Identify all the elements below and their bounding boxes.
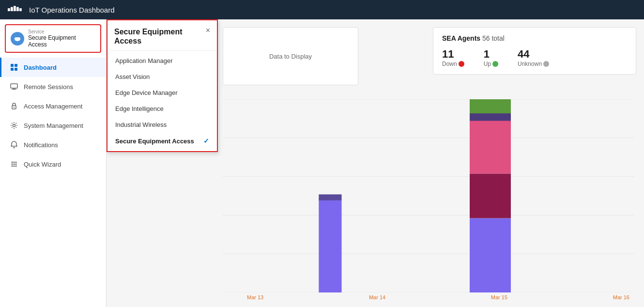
quick-wizard-label: Quick Wizard bbox=[24, 161, 61, 168]
stat-unknown: 44 Unknown bbox=[518, 48, 549, 67]
bar-mar13-top bbox=[319, 194, 341, 200]
sea-agents-total: 56 total bbox=[482, 34, 505, 42]
service-icon bbox=[11, 32, 24, 46]
svg-point-21 bbox=[15, 162, 17, 163]
down-status-dot bbox=[459, 61, 464, 67]
unknown-status-dot bbox=[543, 61, 549, 67]
bar-mar14-segment4 bbox=[470, 113, 511, 121]
notifications-label: Notifications bbox=[24, 141, 58, 149]
dropdown-header: Secure EquipmentAccess × bbox=[107, 19, 217, 51]
dashboard-icon bbox=[9, 62, 19, 72]
system-management-icon bbox=[9, 121, 19, 130]
svg-rect-0 bbox=[8, 8, 10, 11]
app-title: IoT Operations Dashboard bbox=[29, 6, 115, 14]
content-area: Secure EquipmentAccess × Application Man… bbox=[107, 19, 644, 307]
svg-point-18 bbox=[13, 124, 15, 127]
sidebar-item-quick-wizard[interactable]: Quick Wizard bbox=[0, 154, 106, 174]
chart-labels: Mar 13 Mar 14 Mar 15 Mar 16 bbox=[223, 292, 634, 300]
chart-area bbox=[223, 99, 634, 292]
bar-mar14-segment5 bbox=[470, 99, 511, 113]
stat-up: 1 Up bbox=[484, 48, 498, 67]
dropdown-item-edge-device-manager[interactable]: Edge Device Manager bbox=[107, 85, 217, 101]
quick-wizard-icon bbox=[9, 159, 19, 169]
dropdown-item-label: Industrial Wireless bbox=[115, 121, 167, 128]
svg-point-27 bbox=[15, 166, 17, 167]
chart-label-mar13: Mar 13 bbox=[247, 294, 263, 300]
svg-rect-8 bbox=[15, 39, 20, 41]
svg-point-24 bbox=[15, 164, 17, 165]
access-management-label: Access Management bbox=[24, 103, 82, 110]
dropdown-item-asset-vision[interactable]: Asset Vision bbox=[107, 69, 217, 85]
cloud-icon bbox=[14, 35, 21, 43]
service-dropdown-panel: Secure EquipmentAccess × Application Man… bbox=[107, 19, 218, 152]
no-data-card: Data to Display bbox=[223, 27, 358, 85]
up-status-dot bbox=[492, 61, 498, 67]
svg-rect-10 bbox=[15, 64, 17, 67]
dropdown-item-label: Asset Vision bbox=[115, 73, 150, 80]
svg-rect-2 bbox=[14, 6, 16, 11]
svg-rect-15 bbox=[12, 89, 16, 90]
logo: IoT Operations Dashboard bbox=[8, 5, 115, 14]
sidebar-item-dashboard[interactable]: Dashboard bbox=[0, 58, 106, 77]
dropdown-item-label: Edge Intelligence bbox=[115, 105, 164, 112]
sidebar-item-access-management[interactable]: Access Management bbox=[0, 96, 106, 116]
remote-sessions-label: Remote Sessions bbox=[24, 83, 73, 91]
main-container: Service Secure Equipment Access Dashboar… bbox=[0, 19, 644, 307]
service-name: Secure Equipment Access bbox=[28, 34, 95, 48]
sidebar: Service Secure Equipment Access Dashboar… bbox=[0, 19, 107, 307]
sea-agents-card: SEA Agents 56 total 11 Down 1 Up bbox=[433, 27, 636, 75]
service-label: Service bbox=[28, 29, 95, 34]
service-text: Service Secure Equipment Access bbox=[28, 29, 95, 48]
stat-down: 11 Down bbox=[442, 48, 464, 67]
navbar: IoT Operations Dashboard bbox=[0, 0, 644, 19]
svg-rect-11 bbox=[11, 68, 14, 71]
service-selector[interactable]: Service Secure Equipment Access bbox=[5, 24, 101, 53]
dropdown-item-edge-intelligence[interactable]: Edge Intelligence bbox=[107, 101, 217, 117]
no-data-message: Data to Display bbox=[269, 53, 312, 60]
stat-up-number: 1 bbox=[484, 48, 498, 61]
chart-label-mar16: Mar 16 bbox=[613, 294, 629, 300]
bar-mar14-segment3 bbox=[470, 120, 511, 173]
cisco-logo-icon bbox=[8, 5, 25, 14]
dropdown-item-app-manager[interactable]: Application Manager bbox=[107, 53, 217, 69]
stat-unknown-number: 44 bbox=[518, 48, 549, 61]
sidebar-item-remote-sessions[interactable]: Remote Sessions bbox=[0, 77, 106, 96]
stat-down-number: 11 bbox=[442, 48, 464, 61]
chart-label-mar14: Mar 14 bbox=[369, 294, 385, 300]
svg-point-19 bbox=[12, 162, 13, 163]
remote-sessions-icon bbox=[9, 82, 19, 92]
chart-svg bbox=[223, 99, 634, 292]
dropdown-item-industrial-wireless[interactable]: Industrial Wireless bbox=[107, 117, 217, 133]
svg-point-20 bbox=[14, 162, 15, 163]
stat-down-label: Down bbox=[442, 61, 464, 67]
chart-label-mar15: Mar 15 bbox=[491, 294, 507, 300]
sidebar-item-notifications[interactable]: Notifications bbox=[0, 135, 106, 154]
stat-up-label: Up bbox=[484, 61, 498, 67]
bar-mar14-segment2 bbox=[470, 173, 511, 218]
bar-mar14-segment1 bbox=[470, 218, 511, 292]
check-mark-icon: ✓ bbox=[203, 137, 209, 145]
dropdown-item-secure-equipment-access[interactable]: Secure Equipment Access ✓ bbox=[107, 133, 217, 149]
svg-rect-13 bbox=[11, 84, 17, 88]
dashboard-label: Dashboard bbox=[24, 64, 57, 71]
sea-agents-stats: 11 Down 1 Up 44 Unknown bbox=[442, 48, 627, 67]
system-management-label: System Management bbox=[24, 122, 83, 129]
sidebar-item-system-management[interactable]: System Management bbox=[0, 116, 106, 135]
dropdown-items-list: Application Manager Asset Vision Edge De… bbox=[107, 51, 217, 151]
chart-container: Mar 13 Mar 14 Mar 15 Mar 16 bbox=[218, 94, 644, 307]
sea-agents-title: SEA Agents 56 total bbox=[442, 34, 627, 42]
stat-unknown-label: Unknown bbox=[518, 61, 549, 67]
svg-point-25 bbox=[12, 166, 13, 167]
dropdown-item-label: Secure Equipment Access bbox=[115, 138, 194, 145]
bar-mar13-segment1 bbox=[319, 200, 341, 292]
close-button[interactable]: × bbox=[206, 26, 210, 35]
svg-rect-12 bbox=[15, 68, 17, 71]
notifications-icon bbox=[9, 140, 19, 150]
svg-point-22 bbox=[12, 164, 13, 165]
svg-rect-3 bbox=[16, 7, 19, 11]
access-management-icon bbox=[9, 101, 19, 111]
dropdown-item-label: Edge Device Manager bbox=[115, 89, 178, 96]
dropdown-item-label: Application Manager bbox=[115, 57, 173, 64]
svg-rect-4 bbox=[19, 8, 22, 11]
svg-rect-9 bbox=[11, 64, 14, 67]
